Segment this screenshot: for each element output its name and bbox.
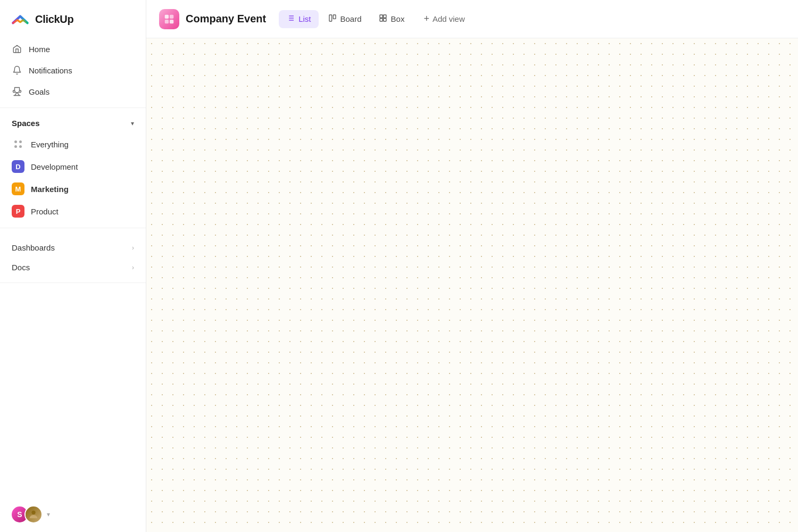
- everything-dots-icon: [12, 138, 24, 151]
- space-item-development[interactable]: D Development: [4, 155, 142, 178]
- svg-rect-13: [380, 15, 383, 18]
- divider-1: [0, 107, 146, 108]
- tab-box[interactable]: Box: [371, 10, 412, 28]
- view-tabs: List Board: [279, 10, 472, 28]
- development-avatar: D: [12, 160, 24, 173]
- tab-list[interactable]: List: [279, 10, 318, 28]
- svg-point-0: [31, 511, 35, 514]
- section-docs[interactable]: Docs ›: [4, 257, 142, 277]
- footer-chevron-icon: ▾: [47, 511, 50, 518]
- project-icon: [163, 13, 175, 25]
- nav-goals-label: Goals: [29, 87, 49, 96]
- list-icon: [286, 14, 295, 24]
- content-area: [146, 38, 798, 532]
- svg-rect-15: [380, 18, 383, 21]
- avatar-stack: S: [11, 505, 43, 523]
- bell-icon: [12, 65, 22, 76]
- svg-rect-4: [170, 19, 173, 23]
- space-items: Everything D Development M Marketing P P…: [0, 133, 146, 222]
- space-product-label: Product: [31, 207, 59, 216]
- nav-home[interactable]: Home: [4, 38, 142, 60]
- section-nav: Dashboards › Docs ›: [0, 238, 146, 277]
- divider-3: [0, 282, 146, 283]
- clickup-logo-icon: [11, 10, 30, 29]
- divider-2: [0, 228, 146, 228]
- tab-board[interactable]: Board: [321, 10, 369, 28]
- board-icon: [328, 14, 337, 24]
- svg-rect-14: [383, 15, 386, 18]
- logo-area[interactable]: ClickUp: [0, 0, 146, 38]
- tab-list-label: List: [298, 14, 311, 23]
- space-marketing-label: Marketing: [31, 185, 69, 194]
- tab-board-label: Board: [340, 14, 362, 23]
- nav-notifications[interactable]: Notifications: [4, 60, 142, 81]
- space-item-everything[interactable]: Everything: [4, 133, 142, 155]
- section-dashboards[interactable]: Dashboards ›: [4, 238, 142, 257]
- avatar-photo-inner: [26, 506, 41, 522]
- dashboards-chevron-icon: ›: [132, 244, 134, 252]
- box-icon: [379, 14, 387, 24]
- main-content: Company Event List: [146, 0, 798, 532]
- add-icon: +: [423, 13, 429, 24]
- nav-home-label: Home: [29, 45, 50, 54]
- svg-rect-1: [165, 14, 169, 18]
- marketing-avatar: M: [12, 182, 24, 195]
- tab-box-label: Box: [391, 14, 405, 23]
- svg-rect-11: [329, 15, 332, 21]
- space-everything-label: Everything: [31, 140, 69, 149]
- sidebar-footer[interactable]: S ▾: [0, 497, 146, 532]
- product-avatar: P: [12, 205, 24, 218]
- spaces-title: Spaces: [12, 119, 40, 128]
- nav-items: Home Notifications: [0, 38, 146, 102]
- project-icon-wrapper: [159, 9, 179, 29]
- sidebar: ClickUp Home Notifications: [0, 0, 146, 532]
- svg-rect-16: [383, 18, 386, 21]
- project-title: Company Event: [186, 13, 266, 25]
- dashboards-label: Dashboards: [12, 243, 55, 252]
- spaces-chevron-icon: ▾: [131, 120, 134, 127]
- space-development-label: Development: [31, 162, 78, 171]
- nav-goals[interactable]: Goals: [4, 81, 142, 102]
- nav-notifications-label: Notifications: [29, 66, 72, 75]
- svg-rect-12: [333, 15, 336, 19]
- svg-rect-2: [170, 14, 173, 18]
- svg-rect-3: [165, 19, 169, 23]
- space-item-marketing[interactable]: M Marketing: [4, 178, 142, 200]
- docs-chevron-icon: ›: [132, 264, 134, 271]
- spaces-header[interactable]: Spaces ▾: [0, 113, 146, 133]
- topbar: Company Event List: [146, 0, 798, 38]
- avatar-photo: [24, 505, 43, 523]
- add-view-label: Add view: [433, 14, 465, 23]
- home-icon: [12, 44, 22, 54]
- trophy-icon: [12, 86, 22, 97]
- docs-label: Docs: [12, 263, 30, 272]
- app-name: ClickUp: [35, 13, 73, 26]
- space-item-product[interactable]: P Product: [4, 200, 142, 222]
- add-view-button[interactable]: + Add view: [416, 10, 472, 28]
